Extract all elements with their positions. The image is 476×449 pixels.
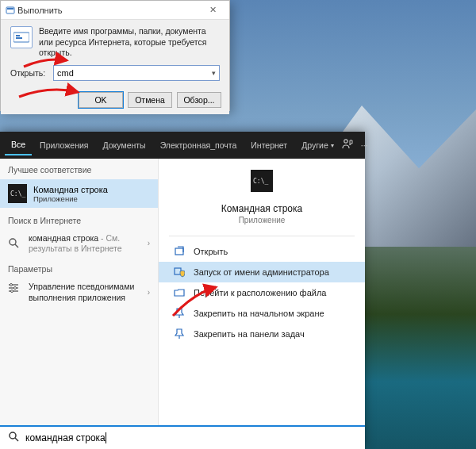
action-pin-taskbar[interactable]: Закрепить на панели задач bbox=[159, 324, 365, 344]
best-match-header: Лучшее соответствие bbox=[0, 159, 158, 178]
cancel-button[interactable]: Отмена bbox=[128, 92, 172, 108]
feedback-icon[interactable] bbox=[342, 139, 353, 152]
parameters-header: Параметры bbox=[0, 258, 158, 277]
svg-line-17 bbox=[15, 438, 18, 441]
chevron-right-icon: › bbox=[148, 288, 150, 297]
pin-taskbar-icon bbox=[173, 328, 186, 340]
cmd-icon: C:\_ bbox=[8, 184, 27, 203]
app-subtitle: Приложение bbox=[239, 216, 286, 224]
settings-list-icon bbox=[8, 282, 22, 295]
svg-point-5 bbox=[344, 140, 347, 143]
svg-rect-1 bbox=[7, 8, 13, 10]
tab-internet[interactable]: Интернет bbox=[244, 136, 294, 155]
svg-rect-4 bbox=[16, 37, 22, 39]
search-icon bbox=[8, 237, 22, 250]
run-logo-icon bbox=[10, 26, 33, 48]
cmd-icon: C:\_ bbox=[251, 170, 273, 192]
chevron-down-icon: ▾ bbox=[331, 142, 334, 149]
tab-apps[interactable]: Приложения bbox=[33, 136, 94, 155]
annotation-arrow bbox=[17, 83, 81, 103]
run-titlebar: Выполнить ✕ bbox=[1, 1, 229, 20]
results-left-column: Лучшее соответствие C:\_ Командная строк… bbox=[0, 159, 159, 425]
tab-other[interactable]: Другие ▾ bbox=[295, 136, 340, 155]
search-input[interactable]: командная строка bbox=[0, 425, 365, 449]
annotation-arrow bbox=[171, 286, 219, 320]
search-icon bbox=[8, 431, 19, 445]
param-app-aliases[interactable]: Управление псевдонимами выполнения прило… bbox=[0, 277, 158, 308]
best-match-item[interactable]: C:\_ Командная строка Приложение bbox=[0, 179, 158, 208]
svg-line-7 bbox=[15, 244, 18, 248]
admin-shield-icon bbox=[173, 267, 186, 278]
svg-rect-14 bbox=[175, 248, 183, 255]
run-app-icon bbox=[6, 6, 15, 15]
more-icon[interactable]: ··· bbox=[361, 140, 368, 150]
text-cursor bbox=[106, 432, 106, 443]
divider bbox=[169, 236, 355, 236]
action-run-as-admin[interactable]: Запуск от имени администратора bbox=[159, 262, 365, 282]
browse-button[interactable]: Обзор... bbox=[177, 92, 221, 108]
tab-documents[interactable]: Документы bbox=[97, 136, 152, 155]
chevron-down-icon: ▾ bbox=[212, 69, 216, 77]
close-icon[interactable]: ✕ bbox=[201, 5, 225, 15]
tab-email[interactable]: Электронная_почта bbox=[154, 136, 244, 155]
chevron-right-icon: › bbox=[148, 239, 150, 248]
svg-point-6 bbox=[10, 239, 16, 245]
app-title: Командная строка bbox=[221, 203, 302, 214]
best-match-title: Командная строка bbox=[33, 185, 108, 194]
search-text: командная строка bbox=[25, 432, 106, 443]
web-search-item[interactable]: командная строка - См. результаты в Инте… bbox=[0, 228, 158, 258]
svg-point-13 bbox=[11, 290, 13, 293]
open-icon bbox=[173, 246, 186, 257]
svg-point-11 bbox=[10, 284, 13, 286]
svg-point-16 bbox=[10, 432, 16, 439]
web-search-header: Поиск в Интернете bbox=[0, 209, 158, 228]
svg-rect-3 bbox=[16, 35, 20, 36]
command-combobox[interactable]: cmd ▾ bbox=[53, 65, 220, 81]
run-title-text: Выполнить bbox=[17, 6, 62, 15]
best-match-subtitle: Приложение bbox=[33, 194, 108, 203]
ok-button[interactable]: OK bbox=[79, 92, 123, 108]
svg-point-12 bbox=[14, 287, 17, 290]
tab-all[interactable]: Все bbox=[5, 135, 32, 155]
annotation-arrow bbox=[22, 52, 70, 73]
search-tabs: Все Приложения Документы Электронная_поч… bbox=[0, 132, 365, 159]
action-open[interactable]: Открыть bbox=[159, 241, 365, 262]
